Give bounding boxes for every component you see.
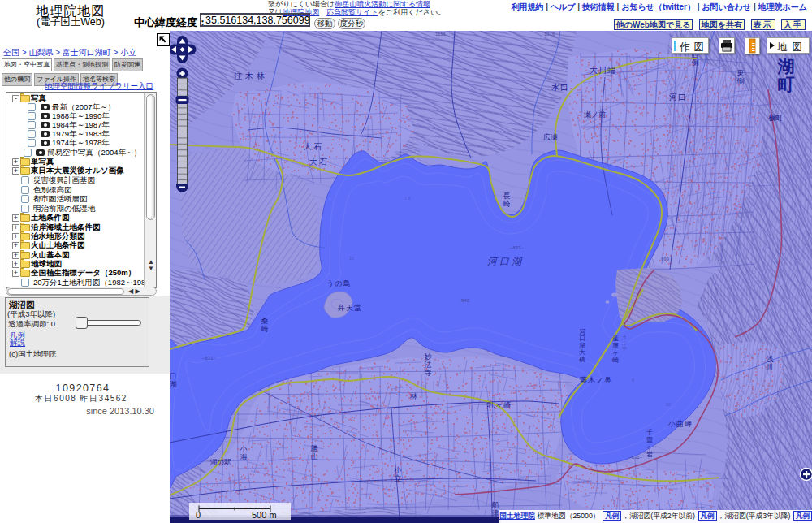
svg-text:広瀬: 広瀬 <box>543 133 558 141</box>
svg-text:うの島: うの島 <box>326 279 351 287</box>
svg-text:8: 8 <box>632 378 634 383</box>
svg-text:湖の駅: 湖の駅 <box>209 458 231 466</box>
svg-text:桑崎: 桑崎 <box>261 317 269 333</box>
svg-text:東側: 東側 <box>737 69 745 85</box>
svg-text:口湖: 口湖 <box>170 372 177 388</box>
svg-text:産屋ヶ崎: 産屋ヶ崎 <box>612 335 619 364</box>
svg-text:大石: 大石 <box>309 158 329 166</box>
svg-text:林: 林 <box>409 392 417 400</box>
svg-text:小立: 小立 <box>394 466 402 482</box>
svg-text:大石: 大石 <box>304 142 323 151</box>
svg-text:大川端: 大川端 <box>590 66 616 75</box>
svg-text:水口: 水口 <box>551 83 569 92</box>
svg-text:河口: 河口 <box>669 93 687 102</box>
svg-text:10: 10 <box>349 256 354 261</box>
svg-text:千畳ヶ岩: 千畳ヶ岩 <box>646 429 653 458</box>
svg-text:藤木ノ鼻: 藤木ノ鼻 <box>580 376 612 384</box>
svg-text:10: 10 <box>666 402 671 407</box>
svg-text:瀬ノ前: 瀬ノ前 <box>584 110 606 119</box>
svg-text:小海: 小海 <box>240 445 248 461</box>
svg-text:河口湖大橋: 河口湖大橋 <box>579 328 585 363</box>
svg-text:勝山: 勝山 <box>311 444 318 460</box>
svg-text:−631−: −631− <box>202 356 217 361</box>
svg-text:7.5: 7.5 <box>404 196 411 201</box>
svg-text:妙法寺: 妙法寺 <box>425 352 433 377</box>
svg-text:横町: 横町 <box>768 114 783 122</box>
svg-text:·1016: ·1016 <box>542 32 555 37</box>
svg-text:船津: 船津 <box>492 501 499 517</box>
svg-text:·942: ·942 <box>460 298 470 303</box>
svg-text:乳ヶ崎: 乳ヶ崎 <box>486 401 512 409</box>
svg-text:うぶや: うぶや <box>622 335 627 351</box>
svg-text:弁天堂: 弁天堂 <box>338 304 362 312</box>
svg-text:·999: ·999 <box>659 257 670 262</box>
svg-text:湖町: 湖町 <box>777 57 795 93</box>
svg-text:長崎: 長崎 <box>503 192 511 208</box>
svg-text:·1156: ·1156 <box>434 32 447 37</box>
svg-text:江木林: 江木林 <box>234 71 268 80</box>
svg-text:−631−: −631− <box>628 455 643 460</box>
svg-text:河口湖: 河口湖 <box>487 256 524 267</box>
svg-text:小曲岬: 小曲岬 <box>667 420 693 428</box>
svg-text:−631−: −631− <box>510 245 525 250</box>
svg-text:浅川: 浅川 <box>767 355 774 371</box>
